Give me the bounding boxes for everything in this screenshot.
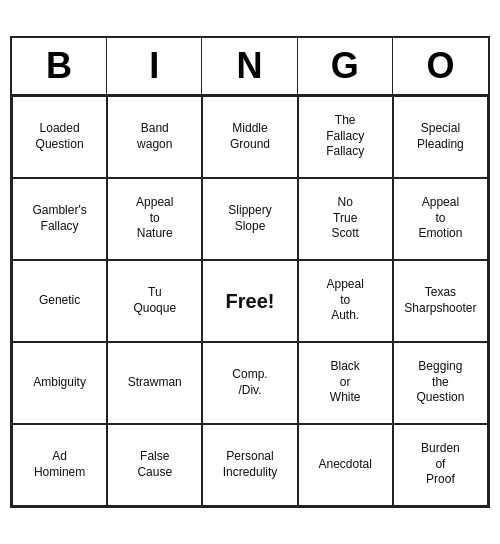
bingo-cell-13[interactable]: Appeal to Auth. (298, 260, 393, 342)
bingo-cell-7[interactable]: Slippery Slope (202, 178, 297, 260)
bingo-cell-21[interactable]: False Cause (107, 424, 202, 506)
bingo-cell-10[interactable]: Genetic (12, 260, 107, 342)
bingo-cell-19[interactable]: Begging the Question (393, 342, 488, 424)
bingo-cell-11[interactable]: Tu Quoque (107, 260, 202, 342)
bingo-cell-22[interactable]: Personal Incredulity (202, 424, 297, 506)
bingo-cell-12[interactable]: Free! (202, 260, 297, 342)
bingo-letter-o: O (393, 38, 488, 93)
bingo-cell-14[interactable]: Texas Sharpshooter (393, 260, 488, 342)
bingo-letter-n: N (202, 38, 297, 93)
bingo-grid: Loaded QuestionBand wagonMiddle GroundTh… (12, 96, 488, 506)
bingo-cell-5[interactable]: Gambler's Fallacy (12, 178, 107, 260)
bingo-letter-g: G (298, 38, 393, 93)
bingo-letter-i: I (107, 38, 202, 93)
bingo-cell-23[interactable]: Anecdotal (298, 424, 393, 506)
bingo-cell-1[interactable]: Band wagon (107, 96, 202, 178)
bingo-cell-4[interactable]: Special Pleading (393, 96, 488, 178)
bingo-cell-6[interactable]: Appeal to Nature (107, 178, 202, 260)
bingo-cell-18[interactable]: Black or White (298, 342, 393, 424)
bingo-cell-17[interactable]: Comp. /Div. (202, 342, 297, 424)
bingo-cell-24[interactable]: Burden of Proof (393, 424, 488, 506)
bingo-cell-20[interactable]: Ad Hominem (12, 424, 107, 506)
bingo-cell-9[interactable]: Appeal to Emotion (393, 178, 488, 260)
bingo-letter-b: B (12, 38, 107, 93)
bingo-header: BINGO (12, 38, 488, 95)
bingo-cell-2[interactable]: Middle Ground (202, 96, 297, 178)
bingo-card: BINGO Loaded QuestionBand wagonMiddle Gr… (10, 36, 490, 507)
bingo-cell-8[interactable]: No True Scott (298, 178, 393, 260)
bingo-cell-15[interactable]: Ambiguity (12, 342, 107, 424)
bingo-cell-0[interactable]: Loaded Question (12, 96, 107, 178)
bingo-cell-3[interactable]: The Fallacy Fallacy (298, 96, 393, 178)
bingo-cell-16[interactable]: Strawman (107, 342, 202, 424)
